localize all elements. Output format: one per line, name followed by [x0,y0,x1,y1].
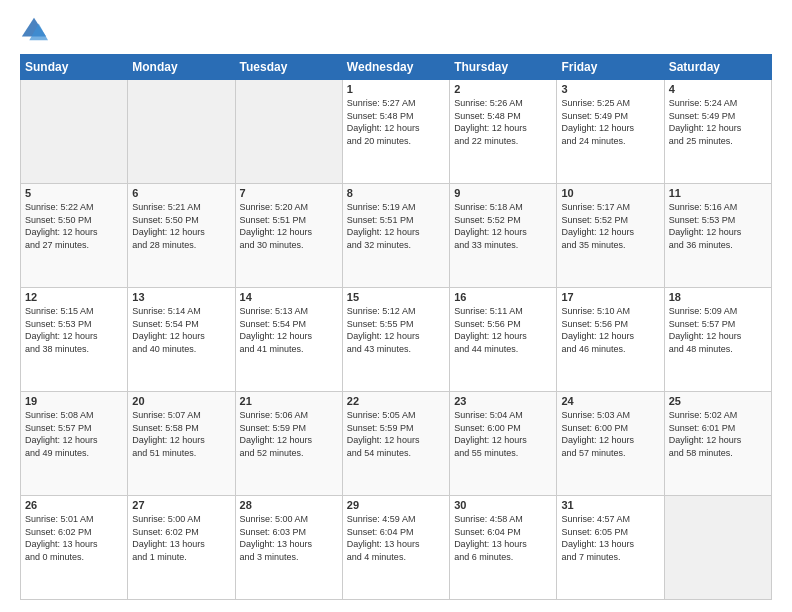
day-number: 30 [454,499,552,511]
day-number: 16 [454,291,552,303]
day-info: Sunrise: 5:07 AM Sunset: 5:58 PM Dayligh… [132,409,230,459]
day-number: 4 [669,83,767,95]
calendar-cell: 24Sunrise: 5:03 AM Sunset: 6:00 PM Dayli… [557,392,664,496]
day-number: 14 [240,291,338,303]
calendar-cell [21,80,128,184]
weekday-header-friday: Friday [557,55,664,80]
day-number: 20 [132,395,230,407]
calendar-cell: 5Sunrise: 5:22 AM Sunset: 5:50 PM Daylig… [21,184,128,288]
calendar-cell: 6Sunrise: 5:21 AM Sunset: 5:50 PM Daylig… [128,184,235,288]
day-info: Sunrise: 5:27 AM Sunset: 5:48 PM Dayligh… [347,97,445,147]
day-info: Sunrise: 5:12 AM Sunset: 5:55 PM Dayligh… [347,305,445,355]
day-info: Sunrise: 5:14 AM Sunset: 5:54 PM Dayligh… [132,305,230,355]
day-info: Sunrise: 5:02 AM Sunset: 6:01 PM Dayligh… [669,409,767,459]
day-info: Sunrise: 5:00 AM Sunset: 6:03 PM Dayligh… [240,513,338,563]
weekday-header-thursday: Thursday [450,55,557,80]
day-number: 24 [561,395,659,407]
calendar-cell: 28Sunrise: 5:00 AM Sunset: 6:03 PM Dayli… [235,496,342,600]
logo [20,16,52,44]
day-info: Sunrise: 5:26 AM Sunset: 5:48 PM Dayligh… [454,97,552,147]
weekday-header-saturday: Saturday [664,55,771,80]
day-info: Sunrise: 5:20 AM Sunset: 5:51 PM Dayligh… [240,201,338,251]
day-number: 23 [454,395,552,407]
calendar-cell [235,80,342,184]
calendar-cell: 22Sunrise: 5:05 AM Sunset: 5:59 PM Dayli… [342,392,449,496]
day-number: 13 [132,291,230,303]
calendar-cell: 19Sunrise: 5:08 AM Sunset: 5:57 PM Dayli… [21,392,128,496]
calendar-cell: 9Sunrise: 5:18 AM Sunset: 5:52 PM Daylig… [450,184,557,288]
day-number: 1 [347,83,445,95]
calendar-cell: 29Sunrise: 4:59 AM Sunset: 6:04 PM Dayli… [342,496,449,600]
day-number: 5 [25,187,123,199]
day-number: 9 [454,187,552,199]
day-number: 29 [347,499,445,511]
day-info: Sunrise: 5:06 AM Sunset: 5:59 PM Dayligh… [240,409,338,459]
calendar-cell: 16Sunrise: 5:11 AM Sunset: 5:56 PM Dayli… [450,288,557,392]
day-info: Sunrise: 5:10 AM Sunset: 5:56 PM Dayligh… [561,305,659,355]
calendar-cell: 25Sunrise: 5:02 AM Sunset: 6:01 PM Dayli… [664,392,771,496]
weekday-header-monday: Monday [128,55,235,80]
calendar-table: SundayMondayTuesdayWednesdayThursdayFrid… [20,54,772,600]
calendar-cell: 21Sunrise: 5:06 AM Sunset: 5:59 PM Dayli… [235,392,342,496]
calendar-cell: 8Sunrise: 5:19 AM Sunset: 5:51 PM Daylig… [342,184,449,288]
calendar-week-4: 19Sunrise: 5:08 AM Sunset: 5:57 PM Dayli… [21,392,772,496]
day-number: 17 [561,291,659,303]
day-number: 28 [240,499,338,511]
day-info: Sunrise: 5:25 AM Sunset: 5:49 PM Dayligh… [561,97,659,147]
calendar-cell: 17Sunrise: 5:10 AM Sunset: 5:56 PM Dayli… [557,288,664,392]
day-number: 26 [25,499,123,511]
weekday-header-sunday: Sunday [21,55,128,80]
header [20,16,772,44]
weekday-header-wednesday: Wednesday [342,55,449,80]
calendar-cell: 20Sunrise: 5:07 AM Sunset: 5:58 PM Dayli… [128,392,235,496]
calendar-week-5: 26Sunrise: 5:01 AM Sunset: 6:02 PM Dayli… [21,496,772,600]
calendar-cell: 30Sunrise: 4:58 AM Sunset: 6:04 PM Dayli… [450,496,557,600]
day-info: Sunrise: 5:21 AM Sunset: 5:50 PM Dayligh… [132,201,230,251]
calendar-cell: 26Sunrise: 5:01 AM Sunset: 6:02 PM Dayli… [21,496,128,600]
day-number: 6 [132,187,230,199]
calendar-cell: 10Sunrise: 5:17 AM Sunset: 5:52 PM Dayli… [557,184,664,288]
calendar-cell: 3Sunrise: 5:25 AM Sunset: 5:49 PM Daylig… [557,80,664,184]
day-info: Sunrise: 5:17 AM Sunset: 5:52 PM Dayligh… [561,201,659,251]
calendar-cell [128,80,235,184]
calendar-cell: 27Sunrise: 5:00 AM Sunset: 6:02 PM Dayli… [128,496,235,600]
calendar-cell: 23Sunrise: 5:04 AM Sunset: 6:00 PM Dayli… [450,392,557,496]
day-info: Sunrise: 4:57 AM Sunset: 6:05 PM Dayligh… [561,513,659,563]
calendar-cell: 11Sunrise: 5:16 AM Sunset: 5:53 PM Dayli… [664,184,771,288]
calendar-cell: 31Sunrise: 4:57 AM Sunset: 6:05 PM Dayli… [557,496,664,600]
day-number: 2 [454,83,552,95]
day-info: Sunrise: 5:22 AM Sunset: 5:50 PM Dayligh… [25,201,123,251]
weekday-header-tuesday: Tuesday [235,55,342,80]
calendar-week-3: 12Sunrise: 5:15 AM Sunset: 5:53 PM Dayli… [21,288,772,392]
calendar-cell [664,496,771,600]
logo-icon [20,16,48,44]
day-info: Sunrise: 5:05 AM Sunset: 5:59 PM Dayligh… [347,409,445,459]
day-info: Sunrise: 5:16 AM Sunset: 5:53 PM Dayligh… [669,201,767,251]
day-info: Sunrise: 5:13 AM Sunset: 5:54 PM Dayligh… [240,305,338,355]
day-number: 8 [347,187,445,199]
calendar-week-1: 1Sunrise: 5:27 AM Sunset: 5:48 PM Daylig… [21,80,772,184]
day-number: 11 [669,187,767,199]
day-number: 7 [240,187,338,199]
day-info: Sunrise: 4:59 AM Sunset: 6:04 PM Dayligh… [347,513,445,563]
day-info: Sunrise: 5:00 AM Sunset: 6:02 PM Dayligh… [132,513,230,563]
day-info: Sunrise: 5:18 AM Sunset: 5:52 PM Dayligh… [454,201,552,251]
calendar-cell: 2Sunrise: 5:26 AM Sunset: 5:48 PM Daylig… [450,80,557,184]
day-info: Sunrise: 5:24 AM Sunset: 5:49 PM Dayligh… [669,97,767,147]
day-info: Sunrise: 5:08 AM Sunset: 5:57 PM Dayligh… [25,409,123,459]
day-info: Sunrise: 5:19 AM Sunset: 5:51 PM Dayligh… [347,201,445,251]
day-info: Sunrise: 5:04 AM Sunset: 6:00 PM Dayligh… [454,409,552,459]
day-number: 18 [669,291,767,303]
day-number: 22 [347,395,445,407]
day-number: 10 [561,187,659,199]
day-number: 21 [240,395,338,407]
day-number: 3 [561,83,659,95]
calendar-cell: 15Sunrise: 5:12 AM Sunset: 5:55 PM Dayli… [342,288,449,392]
calendar-cell: 14Sunrise: 5:13 AM Sunset: 5:54 PM Dayli… [235,288,342,392]
day-number: 25 [669,395,767,407]
day-info: Sunrise: 4:58 AM Sunset: 6:04 PM Dayligh… [454,513,552,563]
day-number: 15 [347,291,445,303]
calendar-cell: 7Sunrise: 5:20 AM Sunset: 5:51 PM Daylig… [235,184,342,288]
day-number: 12 [25,291,123,303]
calendar-cell: 4Sunrise: 5:24 AM Sunset: 5:49 PM Daylig… [664,80,771,184]
